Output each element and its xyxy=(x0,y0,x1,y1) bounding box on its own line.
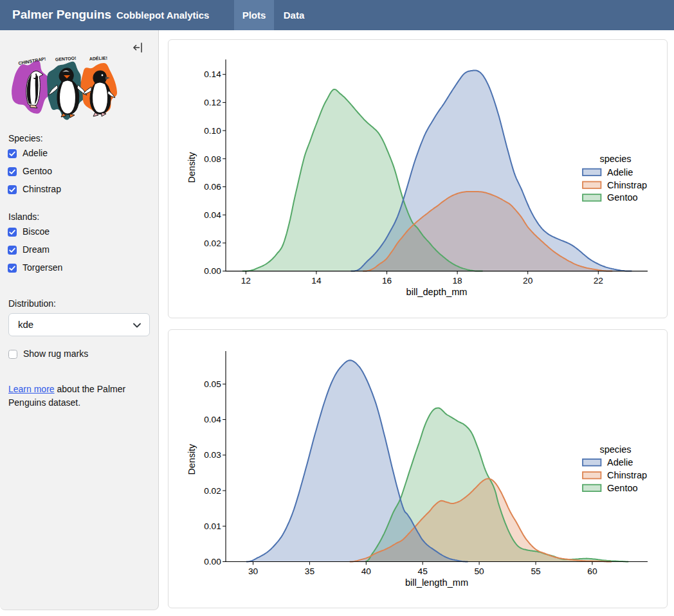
svg-text:0.00: 0.00 xyxy=(204,266,221,276)
svg-text:45: 45 xyxy=(418,566,428,576)
svg-text:22: 22 xyxy=(594,276,603,285)
svg-text:0.14: 0.14 xyxy=(204,69,221,79)
svg-text:0.03: 0.03 xyxy=(204,450,221,460)
svg-text:35: 35 xyxy=(305,566,315,576)
svg-text:16: 16 xyxy=(382,276,392,285)
svg-text:0.12: 0.12 xyxy=(204,98,221,107)
svg-text:0.02: 0.02 xyxy=(204,486,221,496)
svg-text:12: 12 xyxy=(241,276,251,285)
svg-text:Gentoo: Gentoo xyxy=(607,192,638,203)
svg-text:55: 55 xyxy=(531,566,541,576)
svg-text:0.05: 0.05 xyxy=(204,379,221,389)
svg-text:Density: Density xyxy=(187,444,197,475)
svg-text:0.00: 0.00 xyxy=(204,557,221,566)
svg-text:18: 18 xyxy=(452,276,462,285)
svg-text:0.04: 0.04 xyxy=(204,415,221,424)
svg-text:GENTOO!: GENTOO! xyxy=(55,56,77,62)
svg-text:0.01: 0.01 xyxy=(204,521,221,531)
svg-text:50: 50 xyxy=(474,566,484,576)
svg-text:Gentoo: Gentoo xyxy=(607,483,638,493)
svg-text:60: 60 xyxy=(587,566,597,576)
svg-text:0.10: 0.10 xyxy=(204,126,221,136)
svg-text:Density: Density xyxy=(187,152,197,183)
svg-text:0.04: 0.04 xyxy=(204,210,221,220)
svg-text:bill_length_mm: bill_length_mm xyxy=(405,577,468,588)
svg-text:0.02: 0.02 xyxy=(204,239,221,248)
svg-text:0.08: 0.08 xyxy=(204,154,221,164)
svg-text:Chinstrap: Chinstrap xyxy=(607,470,647,480)
svg-text:0.06: 0.06 xyxy=(204,182,221,192)
svg-text:bill_depth_mm: bill_depth_mm xyxy=(406,287,468,297)
svg-text:Chinstrap: Chinstrap xyxy=(607,180,647,190)
svg-text:40: 40 xyxy=(361,566,372,576)
svg-text:Adelie: Adelie xyxy=(607,167,633,177)
svg-text:Adelie: Adelie xyxy=(607,457,633,467)
svg-text:14: 14 xyxy=(311,276,322,285)
svg-text:species: species xyxy=(599,444,631,455)
svg-text:20: 20 xyxy=(523,276,533,285)
svg-text:30: 30 xyxy=(248,566,259,576)
svg-text:species: species xyxy=(599,154,631,164)
svg-text:ADÉLIE!: ADÉLIE! xyxy=(89,55,107,61)
